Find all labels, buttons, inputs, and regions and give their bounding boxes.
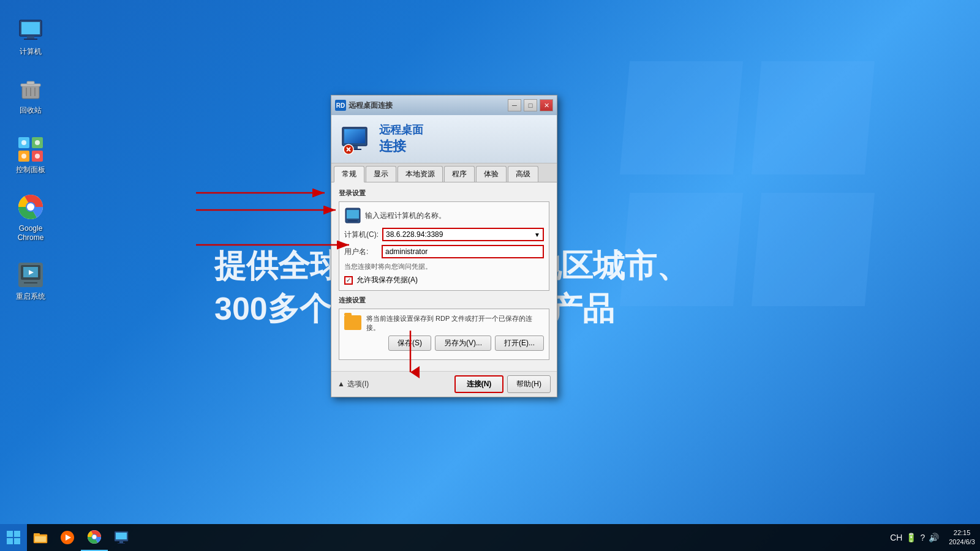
login-section-title: 登录设置 <box>339 189 549 198</box>
rdp-header-icon <box>341 124 372 154</box>
svg-rect-60 <box>119 541 123 543</box>
rdp-title-icon: RD <box>335 100 346 111</box>
svg-rect-24 <box>27 280 34 282</box>
options-arrow-icon: ▲ <box>337 380 345 388</box>
svg-rect-48 <box>7 538 13 544</box>
svg-rect-51 <box>34 533 40 536</box>
username-row: 用户名: <box>344 245 544 258</box>
rdp-content: 登录设置 输入远程计算机的名称。 计算机(C): 38.6.228.94:33 <box>331 182 557 371</box>
svg-rect-46 <box>7 531 13 537</box>
rdp-title-text: 远程桌面连接 <box>349 100 505 111</box>
rdp-header: 远程桌面 连接 <box>331 115 557 163</box>
arrow-username <box>196 198 343 222</box>
connection-row: 将当前连接设置保存到 RDP 文件或打开一个已保存的连接。 <box>344 314 544 333</box>
desktop-icon-area: 计算机 回收站 <box>6 12 55 304</box>
svg-point-20 <box>27 203 34 211</box>
desktop-icon-controlpanel[interactable]: 控制面板 <box>6 130 55 177</box>
allow-save-label: 允许我保存凭据(A) <box>356 275 418 285</box>
connect-button[interactable]: 连接(N) <box>454 375 504 393</box>
reset-icon <box>16 260 45 290</box>
recycle-icon-label: 回收站 <box>20 106 42 114</box>
folder-icon <box>344 315 361 330</box>
svg-rect-36 <box>350 219 355 220</box>
tab-display[interactable]: 显示 <box>366 166 396 182</box>
help-button[interactable]: 帮助(H) <box>507 375 551 393</box>
rdp-taskbar-icon <box>114 530 129 545</box>
options-button[interactable]: ▲ 选项(I) <box>337 379 369 389</box>
chrome-icon-label: GoogleChrome <box>18 224 44 242</box>
rdp-header-subtitle: 连接 <box>379 137 423 156</box>
rdp-titlebar: RD 远程桌面连接 ─ □ ✕ <box>331 96 557 115</box>
desktop-icon-chrome[interactable]: GoogleChrome <box>6 189 55 245</box>
taskbar-chrome-icon <box>87 530 102 544</box>
svg-point-57 <box>92 535 97 539</box>
footer-buttons: 连接(N) 帮助(H) <box>454 375 551 393</box>
connection-buttons: 保存(S) 另存为(V)... 打开(E)... <box>344 335 544 351</box>
start-button[interactable] <box>0 524 27 551</box>
tray-lang[interactable]: CH <box>890 533 902 542</box>
svg-point-15 <box>35 140 40 145</box>
tab-local-resources[interactable]: 本地资源 <box>398 166 443 182</box>
controlpanel-icon <box>16 133 45 163</box>
arrow-checkbox <box>196 233 355 257</box>
svg-rect-6 <box>27 81 34 84</box>
tab-programs[interactable]: 程序 <box>444 166 475 182</box>
rdp-header-title: 远程桌面 <box>379 122 423 137</box>
tray-help[interactable]: ? <box>920 533 925 542</box>
svg-point-16 <box>21 154 26 159</box>
tab-advanced[interactable]: 高级 <box>508 166 538 182</box>
taskbar-mediaplayer[interactable] <box>54 524 81 551</box>
desktop-icon-reset[interactable]: 重启系统 <box>6 257 55 304</box>
tab-experience[interactable]: 体验 <box>476 166 507 182</box>
rdp-tabs: 常规 显示 本地资源 程序 体验 高级 <box>331 163 557 182</box>
connection-section-box: 将当前连接设置保存到 RDP 文件或打开一个已保存的连接。 保存(S) 另存为(… <box>339 309 549 360</box>
svg-point-17 <box>35 154 40 159</box>
taskbar-clock[interactable]: 22:15 2024/6/3 <box>944 528 980 547</box>
username-field[interactable] <box>382 245 544 258</box>
controlpanel-icon-label: 控制面板 <box>16 165 45 174</box>
svg-rect-28 <box>344 129 365 143</box>
rdp-restore-button[interactable]: □ <box>524 99 537 111</box>
login-desc-row: 输入远程计算机的名称。 <box>344 207 544 224</box>
allow-save-row: 允许我保存凭据(A) <box>344 275 544 285</box>
computer-row: 计算机(C): 38.6.228.94:3389 ▼ <box>344 228 544 241</box>
svg-rect-35 <box>347 210 359 219</box>
start-icon <box>6 530 21 545</box>
computer-icon <box>16 15 45 45</box>
computer-icon-label: 计算机 <box>20 47 42 56</box>
reset-icon-label: 重启系统 <box>16 292 45 301</box>
desktop-icon-computer[interactable]: 计算机 <box>6 12 55 59</box>
tray-battery[interactable]: 🔋 <box>906 533 916 542</box>
connection-section-title: 连接设置 <box>339 296 549 305</box>
svg-rect-3 <box>24 39 37 40</box>
taskbar-chrome[interactable] <box>81 524 108 551</box>
rdp-footer: ▲ 选项(I) 连接(N) 帮助(H) <box>331 371 557 397</box>
login-section-box: 输入远程计算机的名称。 计算机(C): 38.6.228.94:3389 ▼ 用… <box>339 201 549 291</box>
explorer-icon <box>33 531 48 544</box>
svg-rect-61 <box>118 543 125 544</box>
mediaplayer-icon <box>60 530 75 545</box>
clock-time: 22:15 <box>949 528 975 538</box>
saveas-button[interactable]: 另存为(V)... <box>435 335 491 351</box>
svg-rect-52 <box>35 536 46 542</box>
open-button[interactable]: 打开(E)... <box>495 335 544 351</box>
computer-field[interactable]: 38.6.228.94:3389 ▼ <box>382 228 544 241</box>
svg-rect-59 <box>116 533 127 539</box>
svg-rect-25 <box>24 282 37 283</box>
desktop: 提供全球 多个地区城市、 300多个 代理等产品 计算机 <box>0 0 980 551</box>
rdp-close-button[interactable]: ✕ <box>540 99 553 111</box>
svg-rect-49 <box>14 538 20 544</box>
options-label: 选项(I) <box>347 379 369 389</box>
recycle-icon <box>16 74 45 103</box>
desktop-icon-recycle[interactable]: 回收站 <box>6 71 55 118</box>
tab-general[interactable]: 常规 <box>334 166 364 182</box>
taskbar-explorer[interactable] <box>27 524 54 551</box>
tray-volume[interactable]: 🔊 <box>929 533 939 542</box>
allow-save-checkbox[interactable] <box>344 276 353 285</box>
svg-point-14 <box>21 140 26 145</box>
svg-rect-47 <box>14 531 20 537</box>
rdp-minimize-button[interactable]: ─ <box>508 99 521 111</box>
taskbar-rdp[interactable] <box>108 524 135 551</box>
rdp-header-text: 远程桌面 连接 <box>379 122 423 156</box>
chrome-icon <box>16 192 45 222</box>
